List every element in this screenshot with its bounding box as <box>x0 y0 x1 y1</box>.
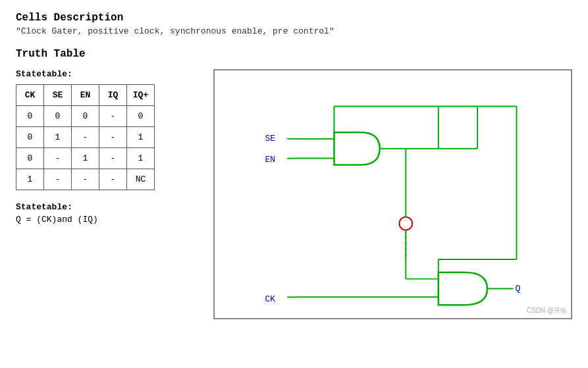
table-cell: NC <box>127 169 155 190</box>
table-cell: - <box>99 127 127 148</box>
table-cell: - <box>44 148 72 169</box>
col-en: EN <box>72 85 99 106</box>
table-cell: 0 <box>44 106 72 127</box>
table-cell: 0 <box>16 127 44 148</box>
table-cell: - <box>44 169 72 190</box>
se-label: SE <box>265 134 276 144</box>
table-cell: 0 <box>16 106 44 127</box>
table-cell: 1 <box>44 127 72 148</box>
table-row: 000-0 <box>16 106 155 127</box>
cells-description-title: Cells Description <box>16 12 572 24</box>
content-row: Statetable: CK SE EN IQ IQ+ 000-001--10-… <box>16 69 572 319</box>
table-cell: - <box>99 169 127 190</box>
logic-diagram-svg: SE EN <box>215 70 571 318</box>
statetable1-label: Statetable: <box>16 69 187 79</box>
q-label: Q <box>516 284 521 294</box>
and-gate-top <box>295 132 406 165</box>
col-iqplus: IQ+ <box>127 85 155 106</box>
table-cell: - <box>99 106 127 127</box>
table-cell: 1 <box>72 148 99 169</box>
logic-diagram-panel: SE EN <box>213 69 572 319</box>
table-row: 0-1-1 <box>16 148 155 169</box>
bubble-circle <box>399 217 412 230</box>
statetable2-eq: Q = (CK)and (IQ) <box>16 215 187 224</box>
statetable2-label: Statetable: <box>16 202 187 212</box>
table-cell: 0 <box>72 106 99 127</box>
left-panel: Statetable: CK SE EN IQ IQ+ 000-001--10-… <box>16 69 187 224</box>
col-ck: CK <box>16 85 44 106</box>
watermark-text: CSDN @开拓 <box>527 306 567 315</box>
truth-table: CK SE EN IQ IQ+ 000-001--10-1-11---NC <box>16 84 155 190</box>
table-row: 1---NC <box>16 169 155 190</box>
col-se: SE <box>44 85 72 106</box>
table-cell: 0 <box>16 148 44 169</box>
table-cell: 0 <box>127 106 155 127</box>
table-cell: 1 <box>16 169 44 190</box>
table-cell: - <box>72 169 99 190</box>
table-cell: - <box>72 127 99 148</box>
col-iq: IQ <box>99 85 127 106</box>
truth-table-title: Truth Table <box>16 48 572 60</box>
cells-description-section: Cells Description "Clock Gater, positive… <box>16 12 572 36</box>
cells-description-text: "Clock Gater, positive clock, synchronou… <box>16 26 572 36</box>
table-row: 01--1 <box>16 127 155 148</box>
table-cell: - <box>99 148 127 169</box>
and-gate-bottom <box>295 273 513 305</box>
table-header-row: CK SE EN IQ IQ+ <box>16 85 155 106</box>
table-cell: 1 <box>127 148 155 169</box>
en-label: EN <box>265 155 275 165</box>
ck-label: CK <box>265 294 276 304</box>
table-cell: 1 <box>127 127 155 148</box>
